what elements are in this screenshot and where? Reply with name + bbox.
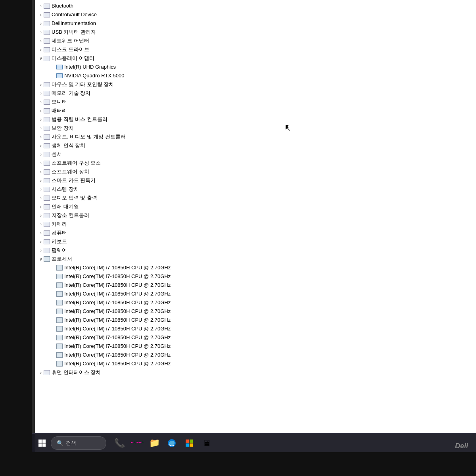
- tree-item-firmware[interactable]: › 펌웨어: [35, 246, 476, 255]
- tree-item-keyboard[interactable]: › 키보드: [35, 237, 476, 246]
- expand-icon-system-dev[interactable]: ›: [38, 185, 44, 193]
- tree-item-cpu5[interactable]: Intel(R) Core(TM) i7-10850H CPU @ 2.70GH…: [35, 298, 476, 307]
- tree-item-controlvault[interactable]: › ControlVault Device: [35, 10, 476, 19]
- expand-icon-storage-ctrl[interactable]: ›: [38, 211, 44, 219]
- tree-item-cpu7[interactable]: Intel(R) Core(TM) i7-10850H CPU @ 2.70GH…: [35, 316, 476, 324]
- svg-rect-8: [190, 443, 193, 447]
- taskbar-phone-app[interactable]: 📞: [111, 435, 128, 451]
- item-label-intel-uhd: Intel(R) UHD Graphics: [64, 63, 116, 71]
- expand-icon-software-comp[interactable]: ›: [38, 159, 44, 167]
- expand-icon-processor[interactable]: ∨: [38, 255, 44, 263]
- item-icon-sound: [44, 134, 50, 140]
- expand-icon-keyboard[interactable]: ›: [38, 238, 44, 246]
- item-label-cpu1: Intel(R) Core(TM) i7-10850H CPU @ 2.70GH…: [64, 264, 171, 272]
- expand-icon-memory[interactable]: ›: [38, 89, 44, 97]
- item-icon-cpu10: [56, 344, 63, 349]
- tree-item-network[interactable]: › 네트워크 어댑터: [35, 36, 476, 45]
- tree-item-audio-io[interactable]: › 오디오 입력 및 출력: [35, 194, 476, 202]
- item-label-system-dev: 시스템 장치: [52, 185, 79, 193]
- expand-icon-mouse[interactable]: ›: [38, 81, 44, 88]
- expand-icon-controlvault[interactable]: ›: [38, 11, 44, 19]
- tree-item-storage-ctrl[interactable]: › 저장소 컨트롤러: [35, 211, 476, 220]
- expand-icon-hid[interactable]: ›: [38, 369, 44, 376]
- expand-icon-dell-inst[interactable]: ›: [38, 19, 44, 27]
- tree-item-cpu12[interactable]: Intel(R) Core(TM) i7-10850H CPU @ 2.70GH…: [35, 359, 476, 368]
- tree-item-cpu2[interactable]: Intel(R) Core(TM) i7-10850H CPU @ 2.70GH…: [35, 272, 476, 281]
- tree-item-cpu10[interactable]: Intel(R) Core(TM) i7-10850H CPU @ 2.70GH…: [35, 342, 476, 351]
- tree-item-cpu8[interactable]: Intel(R) Core(TM) i7-10850H CPU @ 2.70GH…: [35, 324, 476, 333]
- tree-item-processor[interactable]: ∨ 프로세서: [35, 255, 476, 263]
- tree-item-monitor[interactable]: › 모니터: [35, 98, 476, 106]
- expand-icon-smartcard[interactable]: ›: [38, 177, 44, 184]
- expand-icon-battery[interactable]: ›: [38, 107, 44, 115]
- tree-item-bus-ctrl[interactable]: › 범용 직렬 버스 컨트롤러: [35, 115, 476, 124]
- item-icon-cpu8: [56, 326, 63, 332]
- taskbar-waves-app[interactable]: 〰〰: [129, 435, 145, 451]
- item-label-cpu2: Intel(R) Core(TM) i7-10850H CPU @ 2.70GH…: [64, 273, 171, 280]
- device-tree[interactable]: › Bluetooth › ControlVault Device › Dell…: [35, 0, 476, 452]
- tree-item-cpu4[interactable]: Intel(R) Core(TM) i7-10850H CPU @ 2.70GH…: [35, 290, 476, 298]
- tree-item-computer[interactable]: › 컴퓨터: [35, 228, 476, 237]
- tree-item-security[interactable]: › 보안 장치: [35, 124, 476, 132]
- expand-icon-computer[interactable]: ›: [38, 229, 44, 237]
- expand-icon-security[interactable]: ›: [38, 124, 44, 132]
- item-label-cpu5: Intel(R) Core(TM) i7-10850H CPU @ 2.70GH…: [64, 299, 171, 307]
- expand-icon-firmware[interactable]: ›: [38, 246, 44, 254]
- expand-icon-sensor[interactable]: ›: [38, 150, 44, 158]
- tree-item-print-queue[interactable]: › 인쇄 대기열: [35, 202, 476, 211]
- expand-icon-bus-ctrl[interactable]: ›: [38, 115, 44, 123]
- start-button[interactable]: [35, 436, 49, 450]
- tree-item-memory[interactable]: › 메모리 기술 장치: [35, 89, 476, 98]
- taskbar-explorer-app[interactable]: 📁: [146, 435, 163, 451]
- expand-icon-sound[interactable]: ›: [38, 133, 44, 141]
- tree-item-battery[interactable]: › 배터리: [35, 106, 476, 115]
- tree-item-usb-ctrl[interactable]: › USB 커넥터 관리자: [35, 28, 476, 36]
- item-icon-sensor: [44, 152, 50, 157]
- tree-item-dell-inst[interactable]: › DellInstrumentation: [35, 19, 476, 28]
- expand-icon-bluetooth[interactable]: ›: [38, 2, 44, 10]
- item-label-keyboard: 키보드: [52, 238, 67, 246]
- tree-item-disk[interactable]: › 디스크 드라이브: [35, 45, 476, 54]
- item-icon-keyboard: [44, 239, 50, 244]
- svg-rect-6: [190, 440, 193, 443]
- item-icon-software-dev: [44, 169, 50, 175]
- tree-item-bluetooth[interactable]: › Bluetooth: [35, 2, 476, 10]
- tree-item-biometric[interactable]: › 생체 인식 장치: [35, 141, 476, 150]
- tree-item-cpu3[interactable]: Intel(R) Core(TM) i7-10850H CPU @ 2.70GH…: [35, 281, 476, 290]
- expand-icon-usb-ctrl[interactable]: ›: [38, 28, 44, 36]
- tree-item-cpu6[interactable]: Intel(R) Core(TM) i7-10850H CPU @ 2.70GH…: [35, 307, 476, 316]
- expand-icon-audio-io[interactable]: ›: [38, 194, 44, 202]
- tree-item-display[interactable]: ∨ 디스플레이 어댑터: [35, 54, 476, 63]
- item-icon-processor: [44, 256, 50, 262]
- tree-item-intel-uhd[interactable]: Intel(R) UHD Graphics: [35, 63, 476, 71]
- expand-icon-display[interactable]: ∨: [38, 54, 44, 62]
- expand-icon-disk[interactable]: ›: [38, 46, 44, 54]
- expand-icon-network[interactable]: ›: [38, 37, 44, 45]
- item-label-cpu7: Intel(R) Core(TM) i7-10850H CPU @ 2.70GH…: [64, 316, 171, 324]
- tree-item-system-dev[interactable]: › 시스템 장치: [35, 185, 476, 194]
- tree-item-cpu11[interactable]: Intel(R) Core(TM) i7-10850H CPU @ 2.70GH…: [35, 351, 476, 359]
- tree-item-camera[interactable]: › 카메라: [35, 220, 476, 228]
- taskbar-edge-app[interactable]: [163, 435, 180, 451]
- taskbar-remote-desktop-app[interactable]: 🖥: [198, 435, 215, 451]
- tree-item-software-dev[interactable]: › 소프트웨어 장치: [35, 167, 476, 176]
- tree-item-sound[interactable]: › 사운드, 비디오 및 게임 컨트롤러: [35, 132, 476, 141]
- tree-item-sensor[interactable]: › 센서: [35, 150, 476, 159]
- item-icon-cpu7: [56, 317, 63, 323]
- expand-icon-camera[interactable]: ›: [38, 220, 44, 228]
- expand-icon-monitor[interactable]: ›: [38, 98, 44, 106]
- tree-item-nvidia[interactable]: NVIDIA Quadro RTX 5000: [35, 71, 476, 80]
- tree-item-hid[interactable]: › 휴먼 인터페이스 장치: [35, 368, 476, 377]
- tree-item-smartcard[interactable]: › 스마트 카드 판독기: [35, 176, 476, 185]
- taskbar-windows-security-app[interactable]: [181, 435, 198, 451]
- item-label-battery: 배터리: [52, 107, 67, 115]
- expand-icon-software-dev[interactable]: ›: [38, 168, 44, 176]
- tree-item-cpu1[interactable]: Intel(R) Core(TM) i7-10850H CPU @ 2.70GH…: [35, 263, 476, 272]
- expand-icon-print-queue[interactable]: ›: [38, 203, 44, 211]
- tree-item-software-comp[interactable]: › 소프트웨어 구성 요소: [35, 159, 476, 167]
- expand-icon-biometric[interactable]: ›: [38, 142, 44, 150]
- tree-item-mouse[interactable]: › 마우스 및 기타 포인팅 장치: [35, 80, 476, 89]
- taskbar-search[interactable]: 🔍 검색: [51, 436, 106, 450]
- tree-item-cpu9[interactable]: Intel(R) Core(TM) i7-10850H CPU @ 2.70GH…: [35, 333, 476, 342]
- item-icon-security: [44, 126, 50, 131]
